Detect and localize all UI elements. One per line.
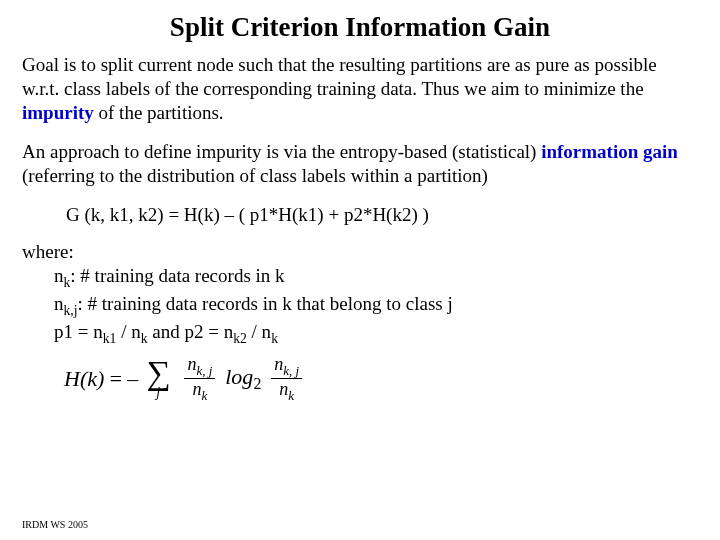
log-text: log	[225, 364, 253, 389]
sigma-block: ∑ j	[146, 358, 170, 399]
w3-sub2: k	[141, 330, 148, 345]
slide-title: Split Criterion Information Gain	[22, 12, 698, 43]
goal-paragraph: Goal is to split current node such that …	[22, 53, 698, 124]
where-label: where:	[22, 241, 74, 262]
w2-sub: k,j	[64, 303, 78, 318]
f2-den: n	[279, 379, 288, 399]
w2-b: : # training data records in k that belo…	[78, 293, 453, 314]
w3-sub4: k	[271, 330, 278, 345]
w3-b: / n	[116, 321, 140, 342]
eq-log: log2	[225, 364, 261, 393]
para1-text-b: of the partitions.	[94, 102, 224, 123]
nkj-def: nk,j: # training data records in k that …	[54, 293, 453, 314]
sigma-sub: j	[156, 387, 160, 400]
eq-hk: H(k)	[64, 366, 104, 392]
w3-sub3: k2	[233, 330, 247, 345]
w3-c: and p2 = n	[148, 321, 234, 342]
f2-num: n	[274, 354, 283, 374]
entropy-equation: H(k) = – ∑ j nk, j nk log2 nk, j nk	[64, 355, 698, 402]
information-gain-term: information gain	[541, 141, 678, 162]
nk-def: nk: # training data records in k	[54, 265, 285, 286]
w1-a: n	[54, 265, 64, 286]
f2-num-sub: k, j	[283, 363, 299, 378]
w1-b: : # training data records in k	[70, 265, 284, 286]
eq-minus: –	[127, 366, 138, 392]
w3-a: p1 = n	[54, 321, 103, 342]
impurity-term: impurity	[22, 102, 94, 123]
log-sub: 2	[253, 376, 261, 393]
approach-paragraph: An approach to define impurity is via th…	[22, 140, 698, 188]
p-def: p1 = nk1 / nk and p2 = nk2 / nk	[54, 321, 278, 342]
f2-den-sub: k	[288, 388, 294, 403]
para2-text-b: (referring to the distribution of class …	[22, 165, 488, 186]
para1-text-a: Goal is to split current node such that …	[22, 54, 657, 99]
f1-den-sub: k	[201, 388, 207, 403]
footer-text: IRDM WS 2005	[22, 519, 88, 530]
where-block: where: nk: # training data records in k …	[22, 240, 698, 347]
eq-equals: =	[108, 366, 123, 392]
w3-sub1: k1	[103, 330, 117, 345]
fraction-2: nk, j nk	[271, 355, 302, 402]
w2-a: n	[54, 293, 64, 314]
gain-formula: G (k, k1, k2) = H(k) – ( p1*H(k1) + p2*H…	[66, 204, 698, 226]
para2-text-a: An approach to define impurity is via th…	[22, 141, 541, 162]
f1-num-sub: k, j	[196, 363, 212, 378]
w3-d: / n	[247, 321, 271, 342]
fraction-1: nk, j nk	[184, 355, 215, 402]
